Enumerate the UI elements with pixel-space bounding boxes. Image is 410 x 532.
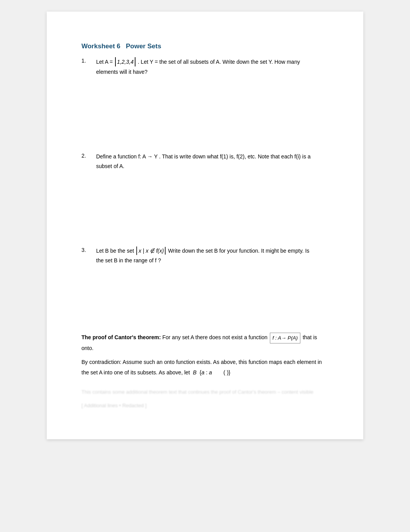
worksheet-page: Worksheet 6 Power Sets 1. Let A = 1,2,3,…	[47, 12, 363, 439]
q2-text2: Y . That is write down what f(1) is, f(2…	[154, 153, 311, 160]
q1-text: Let A = 1,2,3,4 . Let Y = the set of all…	[96, 57, 329, 76]
cantor-set-def: {a : a	[200, 369, 212, 376]
title-suffix: Power Sets	[126, 42, 161, 50]
question-1: 1. Let A = 1,2,3,4 . Let Y = the set of …	[81, 57, 329, 141]
q2-answer-space	[81, 173, 329, 235]
q3-text-before: Let B be the set	[96, 248, 136, 254]
q3-number: 3.	[81, 246, 96, 253]
cantor-bold-title: The proof of Cantor's theorem:	[81, 335, 161, 341]
cantor-body: By contradiction: Assume such an onto fu…	[81, 357, 329, 377]
q2-continuation: subset of A.	[96, 162, 329, 170]
cantor-func-notation: f : A→ P(A)	[270, 333, 300, 343]
q3-answer-space	[81, 267, 329, 321]
q1-answer-space	[81, 79, 329, 141]
q2-text: Define a function f: A → Y . That is wri…	[96, 152, 329, 171]
q3-text: Let B be the set x | x ∉ f(x) Write down…	[96, 246, 329, 265]
blurred-content-2: [ Additional lines • Redacted ]	[81, 403, 329, 408]
cantor-normal-title: For any set A there does not exist a fun…	[162, 335, 269, 341]
cantor-title-line: The proof of Cantor's theorem: For any s…	[81, 333, 329, 353]
cantor-line3: the set A into one of its subsets. As ab…	[81, 367, 329, 378]
q1-set-a: 1,2,3,4	[115, 57, 136, 66]
q1-text-after: . Let Y = the set of all subsets of A. W…	[138, 59, 300, 65]
q3-text-after: Write down the set B for your function. …	[168, 248, 309, 254]
question-3-row: 3. Let B be the set x | x ∉ f(x) Write d…	[81, 246, 329, 265]
q3-set-notation: x | x ∉ f(x)	[136, 246, 166, 255]
q2-arrow: →	[147, 153, 154, 160]
title-prefix: Worksheet 6	[81, 42, 120, 50]
q1-number: 1.	[81, 57, 96, 64]
cantor-section: The proof of Cantor's theorem: For any s…	[81, 333, 329, 408]
q1-continuation: elements will it have?	[96, 68, 329, 76]
blurred-content-1: This contains some additional theorem te…	[81, 389, 329, 395]
question-2-row: 2. Define a function f: A → Y . That is …	[81, 152, 329, 171]
cantor-line3-text: the set A into one of its subsets. As ab…	[81, 369, 190, 376]
question-1-row: 1. Let A = 1,2,3,4 . Let Y = the set of …	[81, 57, 329, 76]
cantor-B-label: B	[193, 369, 197, 376]
q3-continuation: the set B in the range of f ?	[96, 256, 329, 265]
q2-number: 2.	[81, 152, 96, 159]
question-2: 2. Define a function f: A → Y . That is …	[81, 152, 329, 235]
q1-text-before: Let A =	[96, 59, 114, 65]
worksheet-title: Worksheet 6 Power Sets	[81, 42, 329, 50]
cantor-parens: ( )}	[224, 369, 230, 376]
question-3: 3. Let B be the set x | x ∉ f(x) Write d…	[81, 246, 329, 321]
cantor-line2: By contradiction: Assume such an onto fu…	[81, 357, 329, 367]
q2-text-main: Define a function f: A	[96, 153, 146, 160]
